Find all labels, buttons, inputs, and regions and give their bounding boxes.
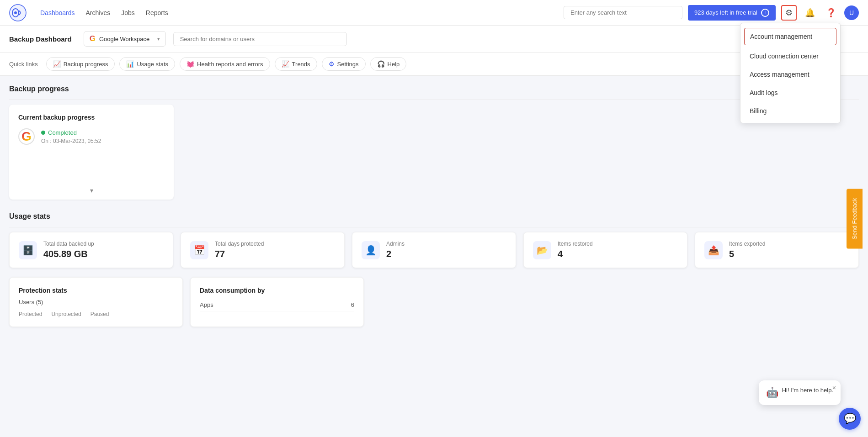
user-avatar[interactable]: U	[844, 5, 859, 20]
help-icon: ❓	[826, 8, 836, 18]
quick-link-settings-label: Settings	[337, 61, 359, 68]
gear-icon: ⚙	[785, 8, 793, 18]
upgrade-icon: ↑	[761, 9, 769, 17]
items-exported-value: 5	[729, 249, 765, 259]
help-headset-icon: 🎧	[377, 60, 385, 68]
settings-icon-button[interactable]: ⚙	[781, 5, 797, 21]
trends-icon: 📈	[282, 60, 289, 68]
stat-total-data: 🗄️ Total data backed up 405.89 GB	[9, 232, 173, 268]
quick-link-trends[interactable]: 📈 Trends	[275, 57, 317, 71]
quick-link-usage-stats-label: Usage stats	[137, 61, 168, 68]
workspace-selector[interactable]: G Google Workspace ▾	[84, 31, 166, 47]
usage-stats-section-title: Usage stats	[9, 212, 859, 221]
backup-status-completed: Completed	[41, 129, 101, 136]
app-logo-icon	[9, 4, 27, 21]
stat-total-days: 📅 Total days protected 77	[181, 232, 345, 268]
backup-card-title: Current backup progress	[18, 114, 165, 121]
dc-row-value: 6	[351, 301, 354, 308]
total-days-icon: 📅	[190, 241, 208, 259]
admins-info: Admins 2	[386, 241, 405, 259]
trial-button[interactable]: 923 days left in free trial ↑	[688, 5, 776, 21]
dropdown-account-management[interactable]: Account management	[744, 28, 836, 45]
usage-stats-section: Usage stats 🗄️ Total data backed up 405.…	[9, 212, 859, 268]
items-exported-label: Items exported	[729, 241, 765, 247]
quick-link-backup-progress[interactable]: 📈 Backup progress	[46, 57, 115, 71]
subheader: Backup Dashboard G Google Workspace ▾	[0, 26, 868, 53]
nav-dashboards[interactable]: Dashboards	[40, 7, 75, 18]
backup-progress-card: Current backup progress G Completed On :…	[9, 105, 174, 200]
feedback-label: Send Feedback	[851, 198, 858, 239]
protection-stats-title: Protection stats	[19, 287, 173, 294]
total-data-info: Total data backed up 405.89 GB	[43, 241, 94, 259]
usage-divider	[9, 227, 859, 227]
data-consumption-title: Data consumption by	[200, 287, 354, 294]
total-data-value: 405.89 GB	[43, 249, 94, 259]
total-data-icon: 🗄️	[19, 241, 37, 259]
dropdown-audit-logs[interactable]: Audit logs	[740, 84, 840, 102]
quick-links-bar: Quick links 📈 Backup progress 📊 Usage st…	[0, 53, 868, 76]
items-restored-label: Items restored	[558, 241, 593, 247]
send-feedback-button[interactable]: Send Feedback	[847, 189, 863, 248]
items-restored-value: 4	[558, 249, 593, 259]
data-consumption-card: Data consumption by Apps 6	[190, 277, 364, 327]
dc-row-label: Apps	[200, 301, 213, 308]
total-days-label: Total days protected	[215, 241, 264, 247]
svg-point-2	[14, 11, 17, 14]
quick-link-health-reports[interactable]: 💓 Health reports and errors	[180, 57, 270, 71]
total-days-value: 77	[215, 249, 264, 259]
admins-value: 2	[386, 249, 405, 259]
nav-archives[interactable]: Archives	[86, 7, 111, 18]
backup-progress-icon: 📈	[53, 60, 61, 68]
google-g-icon: G	[90, 34, 96, 43]
admins-label: Admins	[386, 241, 405, 247]
quick-link-backup-progress-label: Backup progress	[64, 61, 108, 68]
trial-label: 923 days left in free trial	[694, 9, 757, 16]
stats-grid: 🗄️ Total data backed up 405.89 GB 📅 Tota…	[9, 232, 859, 268]
dropdown-cloud-connection[interactable]: Cloud connection center	[740, 47, 840, 65]
health-reports-icon: 💓	[186, 60, 194, 68]
help-icon-button[interactable]: ❓	[823, 5, 839, 21]
section-divider	[9, 100, 859, 100]
domain-search-input[interactable]	[173, 32, 347, 46]
protection-stats-sub: Users (5)	[19, 299, 173, 305]
status-dot-icon	[41, 131, 45, 135]
main-content: Backup progress Current backup progress …	[0, 76, 868, 336]
logo-area	[9, 4, 27, 21]
page-title: Backup Dashboard	[9, 35, 72, 43]
total-days-info: Total days protected 77	[215, 241, 264, 259]
items-restored-icon: 📂	[533, 241, 551, 259]
admins-icon: 👤	[362, 241, 380, 259]
backup-status-info: Completed On : 03-Mar-2023, 05:52	[41, 129, 101, 144]
col-protected: Protected	[19, 311, 42, 317]
dropdown-billing[interactable]: Billing	[740, 102, 840, 120]
bell-icon: 🔔	[805, 8, 815, 18]
stat-items-exported: 📤 Items exported 5	[695, 232, 859, 268]
workspace-chevron-icon: ▾	[157, 36, 160, 42]
nav-jobs[interactable]: Jobs	[121, 7, 135, 18]
settings-icon: ⚙	[329, 60, 335, 68]
quick-link-help-label: Help	[388, 61, 400, 68]
protection-cols: Protected Unprotected Paused	[19, 311, 173, 317]
backup-progress-section-title: Backup progress	[9, 85, 859, 93]
quick-link-help[interactable]: 🎧 Help	[370, 57, 407, 71]
stat-items-restored: 📂 Items restored 4	[523, 232, 687, 268]
backup-status-row: G Completed On : 03-Mar-2023, 05:52	[18, 128, 165, 145]
dropdown-access-management[interactable]: Access management	[740, 65, 840, 84]
items-exported-icon: 📤	[704, 241, 723, 259]
col-unprotected: Unprotected	[51, 311, 81, 317]
items-restored-info: Items restored 4	[558, 241, 593, 259]
header-right: 923 days left in free trial ↑ ⚙ 🔔 ❓ U	[564, 5, 859, 21]
backup-date-label: On : 03-Mar-2023, 05:52	[41, 138, 101, 144]
workspace-label: Google Workspace	[99, 36, 149, 42]
status-completed-label: Completed	[48, 129, 77, 136]
main-nav: Dashboards Archives Jobs Reports	[40, 7, 168, 18]
quick-link-settings[interactable]: ⚙ Settings	[322, 57, 366, 71]
quick-link-trends-label: Trends	[292, 61, 310, 68]
search-input[interactable]	[564, 6, 682, 19]
usage-stats-icon: 📊	[126, 60, 134, 68]
quick-link-usage-stats[interactable]: 📊 Usage stats	[119, 57, 175, 71]
notifications-icon-button[interactable]: 🔔	[802, 5, 818, 21]
google-workspace-icon: G	[18, 128, 35, 145]
nav-reports[interactable]: Reports	[146, 7, 168, 18]
card-expand-chevron-icon[interactable]: ▾	[90, 187, 93, 194]
